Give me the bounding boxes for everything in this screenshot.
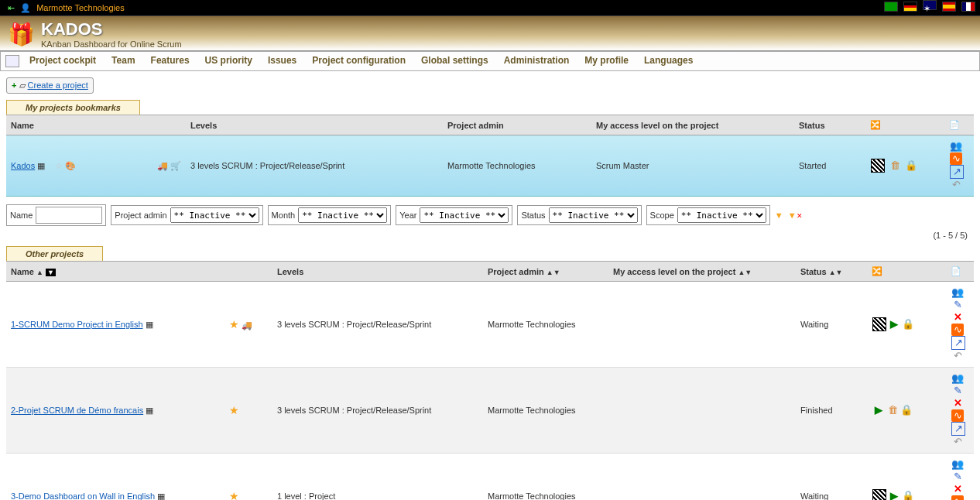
play-icon[interactable]: ▶ bbox=[888, 490, 900, 500]
col-access[interactable]: My access level on the project bbox=[591, 115, 794, 135]
rss-icon[interactable]: ∿ bbox=[951, 324, 964, 336]
hierarchy-icon: 🔀 bbox=[872, 266, 882, 276]
star-icon[interactable]: ★ bbox=[229, 318, 239, 330]
projects-table: Name ▲ ▼ Levels Project admin ▲▼ My acce… bbox=[6, 261, 974, 500]
project-row[interactable]: 3-Demo Dashboard on Wall in English ▦★ 1… bbox=[6, 454, 974, 500]
play-icon[interactable]: ▶ bbox=[888, 318, 900, 330]
project-name-link[interactable]: 1-SCRUM Demo Project in English bbox=[11, 320, 143, 329]
grid-icon[interactable]: ▦ bbox=[146, 320, 153, 329]
lock-icon[interactable]: 🔒 bbox=[902, 318, 914, 330]
nav-languages[interactable]: Languages bbox=[644, 55, 693, 66]
col-admin[interactable]: Project admin bbox=[443, 115, 591, 135]
funnel-icon[interactable]: ▼ bbox=[775, 211, 783, 220]
bookmark-status: Started bbox=[794, 135, 865, 197]
color-wheel-icon[interactable]: 🎨 bbox=[65, 161, 76, 170]
nav-my-profile[interactable]: My profile bbox=[584, 55, 629, 66]
project-levels: 3 levels SCRUM : Project/Release/Sprint bbox=[272, 368, 483, 454]
col2-status[interactable]: Status ▲▼ bbox=[796, 262, 867, 282]
nav-issues[interactable]: Issues bbox=[268, 55, 296, 66]
create-project-link[interactable]: Create a project bbox=[28, 80, 88, 90]
users-icon[interactable]: 👥 bbox=[951, 286, 964, 299]
col2-access[interactable]: My access level on the project ▲▼ bbox=[608, 262, 796, 282]
filter-month-select[interactable]: ** Inactive ** bbox=[298, 207, 387, 223]
edit-icon[interactable]: ✎ bbox=[951, 471, 964, 483]
filter-status-select[interactable]: ** Inactive ** bbox=[549, 207, 638, 223]
filter-admin-select[interactable]: ** Inactive ** bbox=[170, 207, 259, 223]
bookmarks-tab: My projects bookmarks bbox=[6, 100, 140, 115]
delete-icon[interactable]: ✕ bbox=[951, 483, 964, 495]
rss-icon[interactable]: ∿ bbox=[951, 495, 964, 500]
flag-icon[interactable] bbox=[872, 489, 886, 500]
external-icon[interactable]: ↗ bbox=[951, 422, 965, 436]
col2-admin[interactable]: Project admin ▲▼ bbox=[483, 262, 608, 282]
project-row[interactable]: 1-SCRUM Demo Project in English ▦★ 🚚3 le… bbox=[6, 282, 974, 368]
rss-icon[interactable]: ∿ bbox=[950, 152, 962, 165]
edit-icon[interactable]: ✎ bbox=[951, 299, 964, 311]
col2-name[interactable]: Name ▲ ▼ bbox=[6, 262, 224, 282]
truck-icon[interactable]: 🚚 bbox=[242, 320, 252, 330]
flag-br-icon bbox=[884, 2, 898, 12]
grid-icon[interactable]: ▦ bbox=[37, 161, 45, 170]
trash-icon[interactable]: 🗑 bbox=[889, 159, 901, 172]
filter-status-label: Status bbox=[521, 211, 545, 220]
nav-features[interactable]: Features bbox=[151, 55, 190, 66]
project-levels: 3 levels SCRUM : Project/Release/Sprint bbox=[272, 282, 483, 368]
grid-icon[interactable]: ▦ bbox=[146, 406, 153, 415]
project-row[interactable]: 2-Projet SCRUM de Démo francais ▦★ 3 lev… bbox=[6, 368, 974, 454]
funnel-clear-icon[interactable]: ▼✕ bbox=[788, 211, 803, 220]
delete-icon[interactable]: ✕ bbox=[951, 311, 964, 324]
project-access bbox=[608, 368, 796, 454]
nav-us-priority[interactable]: US priority bbox=[205, 55, 252, 66]
star-icon[interactable]: ★ bbox=[229, 404, 239, 416]
external-icon[interactable]: ↗ bbox=[951, 336, 965, 350]
users-icon[interactable]: 👥 bbox=[950, 140, 962, 152]
project-status: Waiting bbox=[796, 454, 867, 500]
external-icon[interactable]: ↗ bbox=[950, 165, 964, 179]
trash-icon[interactable]: 🗑 bbox=[886, 404, 899, 416]
lock-icon[interactable]: 🔒 bbox=[902, 490, 914, 500]
sort-desc-icon: ▼ bbox=[46, 269, 56, 276]
flag-icon[interactable] bbox=[872, 317, 886, 331]
project-name-link[interactable]: 2-Projet SCRUM de Démo francais bbox=[11, 406, 143, 415]
bookmark-name[interactable]: Kados bbox=[11, 161, 35, 170]
filter-name-input[interactable] bbox=[36, 207, 102, 224]
users-icon[interactable]: 👥 bbox=[951, 458, 964, 471]
nav-project-configuration[interactable]: Project configuration bbox=[312, 55, 406, 66]
project-name-link[interactable]: 3-Demo Dashboard on Wall in English bbox=[11, 491, 155, 500]
undo-icon[interactable]: ↶ bbox=[950, 179, 962, 191]
language-flags[interactable]: ✶ bbox=[881, 0, 975, 15]
edit-icon[interactable]: ✎ bbox=[951, 385, 964, 397]
nav-administration[interactable]: Administration bbox=[504, 55, 570, 66]
star-icon[interactable]: ☆ bbox=[55, 161, 63, 170]
col-status[interactable]: Status bbox=[794, 115, 865, 135]
col2-levels[interactable]: Levels bbox=[272, 262, 483, 282]
flag-icon[interactable] bbox=[871, 159, 885, 173]
rss-icon[interactable]: ∿ bbox=[951, 409, 964, 422]
flag-de-icon bbox=[903, 2, 917, 12]
col-levels[interactable]: Levels bbox=[186, 115, 443, 135]
bookmark-admin: Marmotte Technologies bbox=[443, 135, 591, 197]
nav-team[interactable]: Team bbox=[111, 55, 135, 66]
delete-icon[interactable]: ✕ bbox=[951, 397, 964, 409]
create-project-button[interactable]: + ▱ Create a project bbox=[6, 77, 94, 94]
cart-icon[interactable]: 🛒 bbox=[170, 161, 181, 170]
lock-icon[interactable]: 🔒 bbox=[900, 404, 913, 416]
filter-scope-select[interactable]: ** Inactive ** bbox=[677, 207, 766, 223]
nav-project-cockpit[interactable]: Project cockpit bbox=[29, 55, 96, 66]
truck-icon[interactable]: 🚚 bbox=[157, 161, 168, 170]
back-icon[interactable]: ⇤ bbox=[8, 3, 15, 12]
undo-icon[interactable]: ↶ bbox=[951, 436, 964, 448]
home-icon[interactable] bbox=[5, 55, 19, 67]
lock-icon[interactable]: 🔒 bbox=[905, 159, 917, 172]
undo-icon[interactable]: ↶ bbox=[951, 350, 964, 362]
bookmark-row[interactable]: Kados ▦ ☆ 🎨 🚚 🛒 3 levels SCRUM : Project… bbox=[6, 135, 974, 197]
filter-year-select[interactable]: ** Inactive ** bbox=[420, 207, 509, 223]
play-icon[interactable]: ▶ bbox=[872, 404, 885, 416]
user-icon[interactable]: 👤 bbox=[20, 3, 31, 12]
col-name[interactable]: Name bbox=[6, 115, 186, 135]
grid-icon[interactable]: ▦ bbox=[157, 491, 165, 500]
result-count: (1 - 5 / 5) bbox=[6, 231, 974, 240]
users-icon[interactable]: 👥 bbox=[951, 372, 964, 385]
nav-global-settings[interactable]: Global settings bbox=[421, 55, 488, 66]
star-icon[interactable]: ★ bbox=[229, 490, 239, 500]
